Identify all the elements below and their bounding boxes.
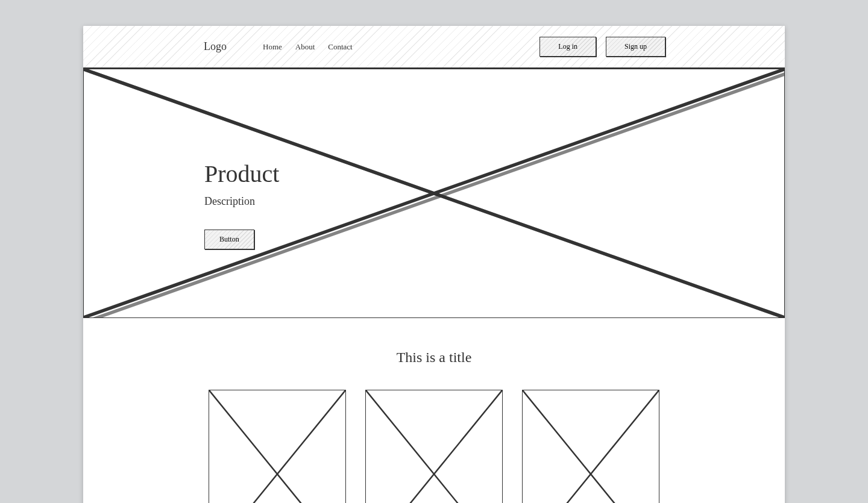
placeholder-cross-icon xyxy=(523,390,659,503)
page-wireframe: Logo Home About Contact Log in Sign up P… xyxy=(83,26,785,503)
login-button[interactable]: Log in xyxy=(539,37,596,57)
svg-line-4 xyxy=(209,390,345,503)
hero-title: Product xyxy=(204,160,279,188)
nav-home[interactable]: Home xyxy=(263,42,282,52)
signup-button[interactable]: Sign up xyxy=(606,37,665,57)
svg-line-8 xyxy=(523,390,659,503)
cards-section: This is a title xyxy=(83,318,785,503)
hero-button[interactable]: Button xyxy=(204,230,254,249)
nav-about[interactable]: About xyxy=(295,42,315,52)
svg-line-7 xyxy=(366,390,502,503)
card-placeholder xyxy=(365,390,503,503)
placeholder-cross-icon xyxy=(209,390,345,503)
placeholder-cross-icon xyxy=(366,390,502,503)
card-row xyxy=(83,390,785,503)
nav: Home About Contact xyxy=(263,42,353,52)
svg-line-6 xyxy=(366,390,502,503)
card-placeholder xyxy=(522,390,659,503)
header-bar: Logo Home About Contact Log in Sign up xyxy=(83,26,785,68)
hero-content: Product Description Button xyxy=(204,160,279,249)
hero-description: Description xyxy=(204,195,279,208)
logo: Logo xyxy=(204,40,227,53)
placeholder-cross-icon xyxy=(84,69,784,317)
svg-line-1 xyxy=(91,72,784,317)
svg-line-5 xyxy=(209,390,345,503)
svg-line-9 xyxy=(523,390,659,503)
section-title: This is a title xyxy=(83,349,785,366)
header-buttons: Log in Sign up xyxy=(539,37,665,57)
card-placeholder xyxy=(209,390,346,503)
nav-contact[interactable]: Contact xyxy=(328,42,352,52)
hero-wrapper: Product Description Button xyxy=(83,68,785,318)
hero-placeholder: Product Description Button xyxy=(83,69,785,318)
